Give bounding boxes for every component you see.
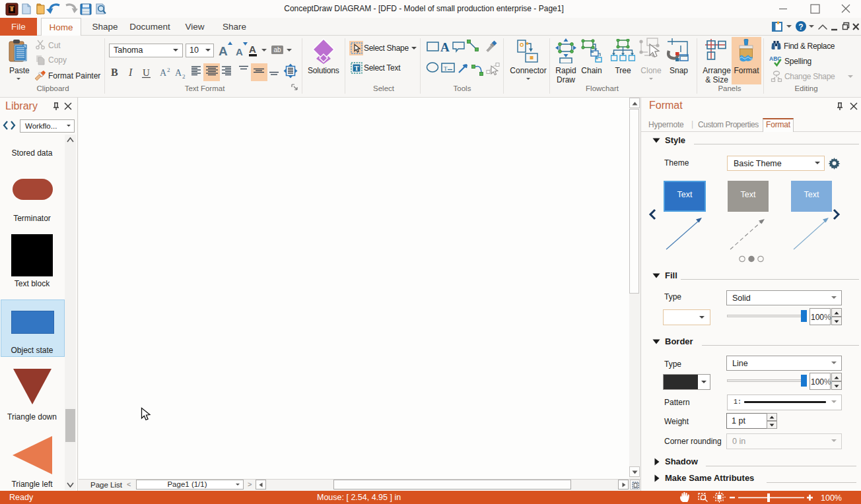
svg-text:A: A	[440, 40, 450, 54]
svg-text:2: 2	[167, 67, 170, 73]
svg-text:A: A	[175, 68, 182, 78]
svg-text:A: A	[249, 44, 256, 55]
svg-text:B: B	[111, 67, 118, 78]
svg-text:?: ?	[798, 22, 803, 32]
svg-text:100%: 100%	[821, 493, 842, 503]
svg-text:2: 2	[182, 73, 186, 80]
svg-text:T: T	[444, 65, 448, 72]
svg-text:U: U	[143, 67, 150, 78]
svg-text:A: A	[219, 44, 228, 58]
svg-text:ab: ab	[273, 46, 281, 53]
svg-text:A: A	[160, 68, 167, 78]
svg-text:I: I	[128, 67, 133, 78]
svg-text:T: T	[355, 65, 359, 72]
svg-text:A: A	[236, 46, 243, 57]
